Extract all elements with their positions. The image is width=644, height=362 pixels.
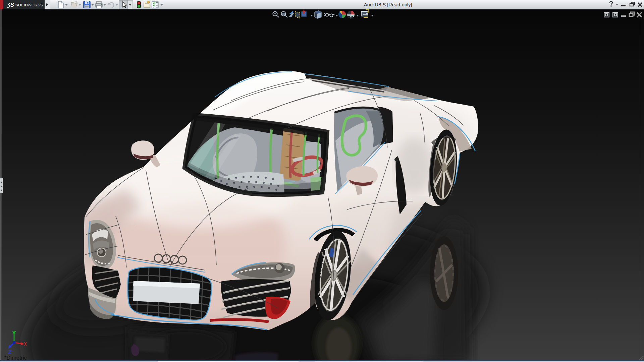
svg-text:*Dimetric: *Dimetric — [4, 355, 27, 361]
svg-text:Audi R8 S [Read-only]: Audi R8 S [Read-only] — [364, 2, 412, 7]
svg-text:ƷS: ƷS — [6, 2, 14, 8]
svg-text:SOLIDWORKS: SOLIDWORKS — [15, 3, 43, 7]
